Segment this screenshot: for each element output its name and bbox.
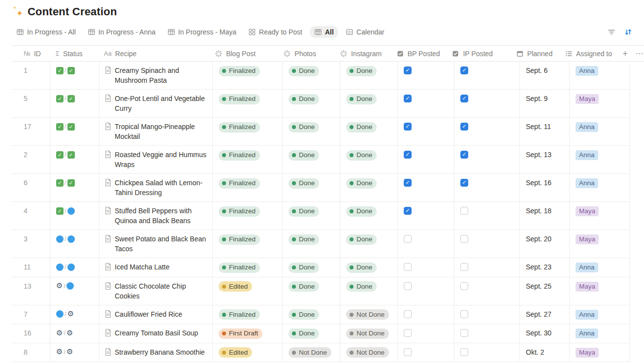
cell-recipe[interactable]: Creamy Tomato Basil Soup [99,324,213,343]
cell-photos[interactable]: Not Done [283,343,340,362]
bp-posted-checkbox[interactable]: ✓ [404,95,412,102]
cell-photos[interactable]: Done [283,305,340,324]
cell-recipe[interactable]: Roasted Veggie and Hummus Wraps [99,146,213,173]
cell-ip_posted[interactable] [454,343,520,362]
cell-status[interactable]: ⚙/⚙ [50,343,99,362]
cell-bp_posted[interactable] [398,230,454,258]
cell-blog_post[interactable]: Finalized [213,230,283,258]
cell-photos[interactable]: Done [283,258,340,277]
cell-bp_posted[interactable] [398,277,454,305]
ip-posted-checkbox[interactable] [460,348,468,356]
ip-posted-checkbox[interactable]: ✓ [460,95,468,102]
cell-bp_posted[interactable] [398,324,454,343]
cell-photos[interactable]: Done [283,90,340,117]
view-tab-in-progress-maya[interactable]: In Progress - Maya [163,26,241,38]
cell-assigned[interactable]: Anna [570,324,630,343]
bp-posted-checkbox[interactable]: ✓ [404,123,412,131]
cell-instagram[interactable]: Done [340,230,398,258]
cell-instagram[interactable]: Done [340,90,398,117]
cell-id[interactable]: 16 [12,324,50,343]
cell-planned[interactable]: Sept. 25 [520,277,570,305]
cell-assigned[interactable]: Anna [570,62,630,89]
cell-bp_posted[interactable]: ✓ [398,174,454,201]
cell-bp_posted[interactable]: ✓ [398,62,454,89]
cell-blog_post[interactable]: Finalized [213,258,283,277]
cell-assigned[interactable]: Anna [570,174,630,201]
view-tab-calendar[interactable]: Calendar [341,26,389,38]
column-header-photos[interactable]: Photos [277,46,334,61]
cell-bp_posted[interactable]: ✓ [398,90,454,117]
cell-assigned[interactable]: Maya [570,202,630,230]
cell-blog_post[interactable]: First Draft [213,324,283,343]
cell-instagram[interactable]: Done [340,202,398,230]
cell-ip_posted[interactable] [454,258,520,277]
cell-planned[interactable]: Okt. 2 [520,343,570,362]
cell-planned[interactable]: Sept. 16 [520,174,570,201]
cell-planned[interactable]: Sept. 9 [520,90,570,117]
cell-blog_post[interactable]: Finalized [213,202,283,230]
cell-ip_posted[interactable] [454,230,520,258]
cell-bp_posted[interactable] [398,343,454,362]
cell-status[interactable]: ⚙/ [50,277,99,305]
ip-posted-checkbox[interactable] [460,235,468,243]
cell-bp_posted[interactable] [398,305,454,324]
cell-id[interactable]: 3 [12,230,50,258]
add-property-button[interactable]: + [622,49,628,58]
cell-id[interactable]: 11 [12,258,50,277]
cell-id[interactable]: 5 [12,90,50,117]
cell-photos[interactable]: Done [283,62,340,89]
bp-posted-checkbox[interactable] [404,310,412,318]
cell-photos[interactable]: Done [283,174,340,201]
cell-planned[interactable]: Sept. 30 [520,324,570,343]
cell-assigned[interactable]: Maya [570,343,630,362]
sort-icon[interactable] [624,28,632,36]
cell-status[interactable]: ✓/✓ [50,62,99,89]
cell-instagram[interactable]: Done [340,62,398,89]
filter-icon[interactable] [608,28,615,36]
cell-recipe[interactable]: Iced Matcha Latte [99,258,213,277]
cell-ip_posted[interactable]: ✓ [454,146,520,173]
ip-posted-checkbox[interactable] [460,263,468,271]
cell-instagram[interactable]: Not Done [340,305,398,324]
cell-recipe[interactable]: Cauliflower Fried Rice [99,305,213,324]
cell-ip_posted[interactable] [454,305,520,324]
bp-posted-checkbox[interactable]: ✓ [404,179,412,187]
table-options-button[interactable]: ⋯ [636,50,644,58]
cell-planned[interactable]: Sept. 13 [520,146,570,173]
cell-photos[interactable]: Done [283,146,340,173]
cell-ip_posted[interactable] [454,324,520,343]
cell-assigned[interactable]: Anna [570,118,630,145]
ip-posted-checkbox[interactable] [460,207,468,215]
cell-blog_post[interactable]: Edited [213,277,283,305]
column-header-id[interactable]: №ID [12,46,50,61]
cell-status[interactable]: ✓/✓ [50,90,99,117]
cell-blog_post[interactable]: Finalized [213,305,283,324]
cell-blog_post[interactable]: Finalized [213,118,283,145]
cell-instagram[interactable]: Done [340,146,398,173]
cell-ip_posted[interactable]: ✓ [454,62,520,89]
bp-posted-checkbox[interactable] [404,329,412,337]
cell-status[interactable]: ✓/ [50,202,99,230]
view-tab-ready-to-post[interactable]: Ready to Post [244,26,307,38]
cell-bp_posted[interactable] [398,258,454,277]
cell-ip_posted[interactable] [454,277,520,305]
cell-photos[interactable]: Done [283,202,340,230]
cell-photos[interactable]: Done [283,230,340,258]
bp-posted-checkbox[interactable] [404,263,412,271]
cell-bp_posted[interactable]: ✓ [398,146,454,173]
cell-bp_posted[interactable]: ✓ [398,118,454,145]
ip-posted-checkbox[interactable] [460,329,468,337]
cell-photos[interactable]: Done [283,324,340,343]
cell-blog_post[interactable]: Finalized [213,62,283,89]
cell-ip_posted[interactable]: ✓ [454,118,520,145]
ip-posted-checkbox[interactable] [460,282,468,290]
cell-instagram[interactable]: Not Done [340,324,398,343]
cell-recipe[interactable]: Chickpea Salad with Lemon-Tahini Dressin… [99,174,213,201]
ip-posted-checkbox[interactable]: ✓ [460,151,468,159]
cell-recipe[interactable]: Tropical Mango-Pineapple Mocktail [99,118,213,145]
cell-planned[interactable]: Sept. 23 [520,258,570,277]
cell-recipe[interactable]: Creamy Spinach and Mushroom Pasta [99,62,213,89]
column-header-recipe[interactable]: AaRecipe [98,46,209,61]
bp-posted-checkbox[interactable] [404,282,412,290]
ip-posted-checkbox[interactable] [460,310,468,318]
